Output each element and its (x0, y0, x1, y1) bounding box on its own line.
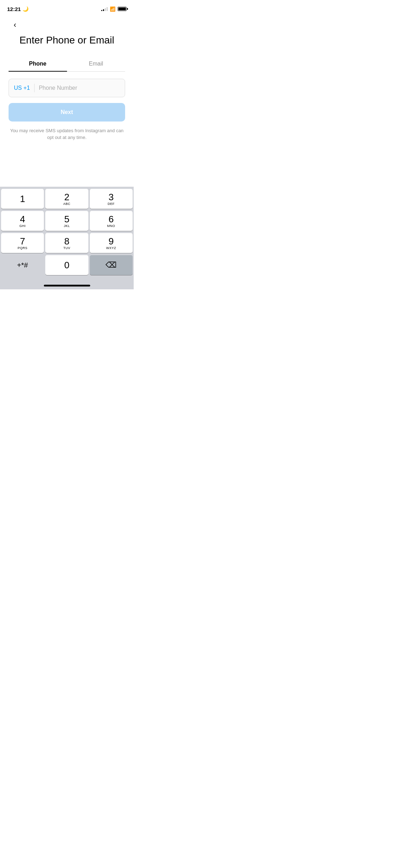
phone-number-input[interactable] (39, 85, 120, 91)
signal-icon (101, 7, 108, 11)
tab-email[interactable]: Email (67, 56, 125, 71)
next-button[interactable]: Next (9, 103, 125, 122)
tab-email-label: Email (89, 61, 103, 67)
tab-phone-label: Phone (29, 61, 46, 67)
status-bar: 12:21 🌙 📶 (0, 0, 134, 16)
key-4[interactable]: 4 GHI (1, 211, 44, 231)
moon-icon: 🌙 (22, 6, 29, 12)
keyboard-row-2: 4 GHI 5 JKL 6 MNO (1, 211, 133, 231)
sms-notice: You may receive SMS updates from Instagr… (9, 127, 125, 141)
keyboard-row-3: 7 PQRS 8 TUV 9 WXYZ (1, 233, 133, 253)
key-5[interactable]: 5 JKL (45, 211, 88, 231)
key-delete[interactable]: ⌫ (90, 255, 133, 275)
keyboard-row-1: 1 2 ABC 3 DEF (1, 189, 133, 209)
wifi-icon: 📶 (110, 6, 115, 12)
key-1[interactable]: 1 (1, 189, 44, 209)
key-8[interactable]: 8 TUV (45, 233, 88, 253)
key-7[interactable]: 7 PQRS (1, 233, 44, 253)
status-icons: 📶 (101, 6, 127, 12)
key-0[interactable]: 0 (45, 255, 88, 275)
back-arrow-icon: ‹ (14, 20, 16, 30)
back-button[interactable]: ‹ (9, 19, 21, 31)
key-3[interactable]: 3 DEF (90, 189, 133, 209)
country-code-selector[interactable]: US +1 (14, 85, 34, 91)
key-6[interactable]: 6 MNO (90, 211, 133, 231)
tab-phone[interactable]: Phone (9, 56, 67, 71)
tabs-container: Phone Email (9, 56, 125, 72)
key-9[interactable]: 9 WXYZ (90, 233, 133, 253)
time-display: 12:21 (7, 6, 21, 12)
input-divider (34, 84, 35, 92)
keyboard-row-4: +*# 0 ⌫ (1, 255, 133, 275)
home-bar (44, 285, 90, 286)
keyboard: 1 2 ABC 3 DEF 4 GHI 5 JKL 6 MNO 7 PQRS (0, 187, 134, 289)
battery-icon (118, 7, 127, 11)
main-content: ‹ Enter Phone or Email Phone Email US +1… (0, 19, 134, 141)
page-title: Enter Phone or Email (9, 34, 125, 46)
key-symbols[interactable]: +*# (1, 255, 44, 275)
home-indicator (1, 277, 133, 289)
key-2[interactable]: 2 ABC (45, 189, 88, 209)
status-time: 12:21 🌙 (7, 6, 29, 12)
phone-input-container[interactable]: US +1 (9, 79, 125, 97)
